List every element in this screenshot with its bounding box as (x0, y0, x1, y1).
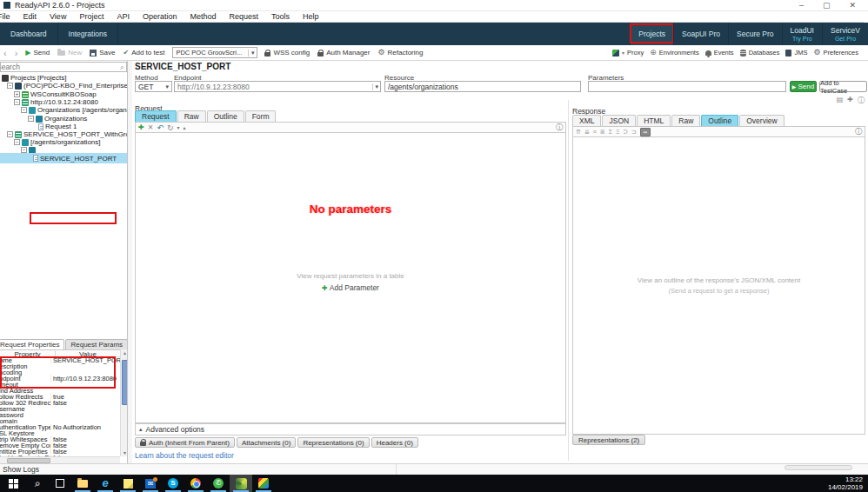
proxy-button[interactable]: ▾Proxy (612, 49, 644, 57)
outline-toggle-button[interactable]: ▪▪ (640, 128, 651, 136)
collapse-toggle-icon[interactable] (21, 107, 27, 113)
tree-item-resource2[interactable]: [/agents/organizations] (14, 138, 101, 146)
tab-request[interactable]: Request (135, 110, 177, 122)
tree-item-project2[interactable]: SERVICE_HOST_PORT_WithGroovyScript (7, 130, 127, 138)
collapse-toggle-icon[interactable] (14, 139, 20, 145)
databases-button[interactable]: Databases (740, 49, 780, 57)
outline-tool-icon[interactable]: Σ (609, 129, 612, 135)
collapse-toggle-icon[interactable] (7, 83, 13, 89)
expand-toggle-icon[interactable] (14, 91, 20, 97)
resource-input[interactable] (388, 83, 578, 91)
menu-item[interactable]: Tools (270, 12, 291, 21)
forward-button[interactable]: › (15, 49, 18, 57)
auth-manager-button[interactable]: Auth Manager (317, 49, 370, 57)
outline-tool-icon[interactable]: ≣ (600, 129, 605, 135)
tab-soapui-pro[interactable]: SoapUI Pro (673, 23, 728, 45)
jms-button[interactable]: JMS (785, 49, 807, 57)
resource-field[interactable] (384, 81, 581, 92)
tree-item-projects-root[interactable]: Projects [Projects] (2, 74, 66, 82)
tab-servicev[interactable]: ServiceV Get Pro (822, 23, 868, 45)
menu-item[interactable]: Method (188, 12, 217, 21)
add-icon[interactable]: ✚ (138, 123, 144, 131)
menu-item[interactable]: Operation (141, 12, 179, 21)
save-button[interactable]: Save (90, 49, 115, 57)
outline-tool-icon[interactable]: ≡ (593, 129, 597, 135)
endpoint-field[interactable]: ▾ (174, 81, 381, 92)
scrollbar-thumb[interactable] (122, 360, 128, 405)
parameters-input[interactable] (591, 83, 783, 91)
outlook-button[interactable]: ✉ (139, 475, 162, 492)
tab-attachments[interactable]: Attachments (0) (237, 437, 296, 448)
outline-tool-icon[interactable]: Ɔ (624, 129, 628, 135)
menu-item[interactable]: Edit (22, 12, 39, 21)
new-button[interactable]: New (57, 49, 82, 57)
tree-item-rest-service[interactable]: http://10.9.12.24:8080 (14, 98, 98, 106)
collapse-toggle-icon[interactable] (7, 131, 13, 137)
outline-tool-icon[interactable]: ⇊ (584, 129, 590, 135)
menu-item[interactable]: File (0, 12, 12, 21)
maximize-icon[interactable]: ▢ (823, 1, 831, 10)
tab-outline[interactable]: Outline (207, 110, 244, 122)
tab-html[interactable]: HTML (637, 115, 671, 126)
taskbar-search-button[interactable]: ⌕ (26, 475, 49, 492)
collapse-toggle-icon[interactable] (21, 147, 27, 153)
tab-dashboard[interactable]: Dashboard (0, 23, 58, 45)
search-input[interactable] (0, 63, 120, 71)
start-button[interactable] (0, 475, 26, 492)
menu-item[interactable]: Help (301, 12, 321, 21)
outline-tool-icon[interactable]: Ξ (616, 129, 620, 135)
endpoint-input[interactable] (177, 83, 372, 91)
refactoring-button[interactable]: ⚙Refactoring (377, 49, 423, 57)
redo-icon[interactable]: ↻ (167, 123, 174, 132)
task-view-button[interactable] (49, 475, 71, 492)
skype-button[interactable] (162, 475, 184, 492)
tab-request-properties[interactable]: Request Properties (0, 339, 64, 349)
chrome-button[interactable] (184, 475, 207, 492)
readyapi-taskbar-button[interactable] (230, 475, 252, 492)
tree-item-service-host-port[interactable]: SERVICE_HOST_PORT (0, 153, 127, 163)
environments-button[interactable]: ⊕Environments (650, 49, 698, 57)
advanced-options-toggle[interactable]: ▴ Advanced options (135, 423, 566, 435)
panel-menu-icon[interactable]: ▤ (837, 96, 844, 105)
file-explorer-button[interactable] (71, 475, 94, 492)
chevron-down-icon[interactable]: ▾ (372, 83, 380, 90)
minimize-icon[interactable]: – (799, 1, 804, 10)
tab-raw-response[interactable]: Raw (671, 115, 700, 126)
delete-icon[interactable]: ✕ (148, 123, 154, 131)
tab-raw[interactable]: Raw (177, 110, 206, 122)
properties-vertical-scrollbar[interactable]: ▴ ▾ (120, 349, 128, 456)
learn-about-request-editor-link[interactable]: Learn about the request editor (135, 451, 234, 460)
phone-button[interactable]: ✆ (207, 475, 230, 492)
parameters-field[interactable] (588, 81, 786, 92)
send-request-button[interactable]: ▶ Send (790, 81, 817, 92)
sticky-notes-button[interactable] (117, 475, 139, 492)
send-toolbar-button[interactable]: ▶Send (25, 49, 50, 57)
menu-item[interactable]: Project (77, 12, 105, 21)
chevron-up-icon[interactable]: ▴ (184, 124, 186, 130)
method-select[interactable]: GET ▾ (135, 81, 172, 92)
menu-item[interactable]: API (115, 12, 131, 21)
internet-explorer-button[interactable]: e (94, 475, 117, 492)
tab-xml[interactable]: XML (572, 115, 601, 126)
back-button[interactable]: ‹ (3, 49, 7, 57)
paint-button[interactable] (252, 475, 275, 492)
events-button[interactable]: Events (705, 49, 734, 57)
tab-outline-response[interactable]: Outline (701, 115, 738, 126)
scroll-up-icon[interactable]: ▴ (121, 349, 128, 356)
horizontal-scrollbar-thumb[interactable] (785, 465, 852, 470)
add-to-test-button[interactable]: ✔Add to test (123, 49, 164, 57)
collapse-toggle-icon[interactable] (14, 99, 20, 105)
add-parameter-button[interactable]: ✚Add Parameter (136, 283, 565, 292)
tab-form[interactable]: Form (245, 110, 277, 122)
preferences-button[interactable]: ⚙Preferences (813, 49, 858, 57)
outline-tool-icon[interactable]: ⇈ (576, 129, 581, 135)
menu-item[interactable]: View (48, 12, 68, 21)
undo-icon[interactable]: ↶ (157, 123, 164, 132)
wss-config-button[interactable]: WSS config (264, 49, 310, 57)
tab-json[interactable]: JSON (602, 115, 636, 126)
tree-item-resource[interactable]: Organizations [/agents/organizations] (21, 106, 127, 114)
tab-projects[interactable]: Projects (630, 23, 673, 45)
scroll-down-icon[interactable]: ▾ (121, 449, 128, 456)
outline-tool-icon[interactable]: ⊐ (631, 129, 637, 135)
tree-item-request[interactable]: Request 1 (38, 123, 77, 130)
